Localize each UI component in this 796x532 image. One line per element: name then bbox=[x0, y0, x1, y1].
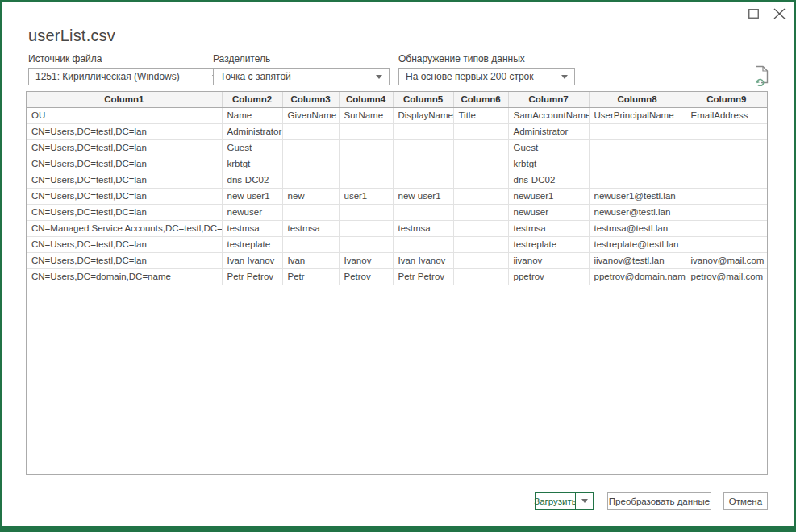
table-cell bbox=[282, 204, 339, 220]
table-cell bbox=[686, 188, 767, 204]
column-header: Column6 bbox=[453, 92, 508, 107]
load-button[interactable]: Загрузить bbox=[535, 492, 576, 510]
column-header: Column2 bbox=[222, 92, 282, 107]
table-cell: krbtgt bbox=[222, 156, 282, 172]
table-cell bbox=[453, 268, 508, 285]
table-cell: Ivan bbox=[282, 252, 339, 268]
table-cell bbox=[282, 236, 339, 252]
table-cell: krbtgt bbox=[508, 156, 589, 172]
refresh-file-icon bbox=[753, 65, 771, 86]
table-cell: Administrator bbox=[222, 123, 282, 139]
table-cell: ppetrov bbox=[508, 268, 589, 285]
column-header: Column4 bbox=[339, 92, 393, 107]
table-cell: Guest bbox=[222, 139, 282, 156]
table-cell bbox=[282, 139, 339, 156]
data-preview-table: Column1Column2Column3Column4Column5Colum… bbox=[26, 91, 768, 475]
table-cell: CN=Users,DC=testl,DC=lan bbox=[27, 172, 222, 188]
table-cell bbox=[393, 123, 453, 139]
preview-table-body: OUNameGivenNameSurNameDisplayNameTitleSa… bbox=[27, 107, 767, 285]
column-header: Column9 bbox=[686, 92, 767, 107]
window-controls bbox=[746, 6, 786, 21]
table-cell bbox=[393, 156, 453, 172]
load-split-arrow-button[interactable] bbox=[575, 492, 594, 510]
column-header: Column1 bbox=[27, 92, 222, 107]
table-cell: ppetrov@domain.name bbox=[589, 268, 686, 285]
table-cell: testreplate bbox=[508, 236, 589, 252]
table-cell: Administrator bbox=[508, 123, 589, 139]
table-row: CN=Users,DC=testl,DC=lanIvan IvanovIvanI… bbox=[27, 252, 767, 268]
table-cell bbox=[686, 220, 767, 236]
transform-data-button[interactable]: Преобразовать данные bbox=[607, 492, 711, 510]
close-button[interactable] bbox=[772, 6, 786, 21]
delimiter-field: Разделитель Точка с запятой bbox=[213, 53, 390, 85]
file-origin-field: Источник файла 1251: Кириллическая (Wind… bbox=[28, 53, 226, 85]
table-cell: testreplate@testl.lan bbox=[589, 236, 686, 252]
table-cell: CN=Users,DC=domain,DC=name bbox=[27, 268, 222, 285]
table-cell: iivanov bbox=[508, 252, 589, 268]
table-cell bbox=[393, 236, 453, 252]
table-header-row: Column1Column2Column3Column4Column5Colum… bbox=[27, 92, 767, 107]
table-cell: CN=Users,DC=testl,DC=lan bbox=[27, 139, 222, 156]
table-cell: CN=Managed Service Accounts,DC=testl,DC=… bbox=[27, 220, 222, 236]
table-cell: CN=Users,DC=testl,DC=lan bbox=[27, 156, 222, 172]
table-cell bbox=[686, 123, 767, 139]
table-cell: CN=Users,DC=testl,DC=lan bbox=[27, 252, 222, 268]
table-cell bbox=[339, 236, 393, 252]
table-cell: EmailAddress bbox=[686, 107, 767, 123]
table-cell bbox=[686, 236, 767, 252]
table-cell: user1 bbox=[339, 188, 393, 204]
table-cell: newuser bbox=[508, 204, 589, 220]
file-origin-select[interactable]: 1251: Кириллическая (Windows) bbox=[28, 68, 226, 85]
table-cell bbox=[453, 172, 508, 188]
table-cell: SamAccountName bbox=[508, 107, 589, 123]
table-cell: DisplayName bbox=[393, 107, 453, 123]
table-row: CN=Users,DC=testl,DC=lannewusernewuserne… bbox=[27, 204, 767, 220]
table-cell: dns-DC02 bbox=[508, 172, 589, 188]
table-cell bbox=[393, 139, 453, 156]
table-cell: testreplate bbox=[222, 236, 282, 252]
column-header: Column3 bbox=[282, 92, 339, 107]
table-cell bbox=[589, 123, 686, 139]
import-dialog: userList.csv Источник файла 1251: Кирилл… bbox=[0, 0, 796, 532]
table-row: CN=Managed Service Accounts,DC=testl,DC=… bbox=[27, 220, 767, 236]
table-row: OUNameGivenNameSurNameDisplayNameTitleSa… bbox=[27, 107, 767, 123]
type-detection-label: Обнаружение типов данных bbox=[398, 53, 575, 64]
table-cell: testmsa bbox=[508, 220, 589, 236]
table-cell: Petr Petrov bbox=[393, 268, 453, 285]
type-detection-select[interactable]: На основе первых 200 строк bbox=[398, 68, 575, 85]
table-cell bbox=[589, 139, 686, 156]
file-origin-label: Источник файла bbox=[28, 53, 226, 64]
table-cell bbox=[339, 172, 393, 188]
table-cell: iivanov@testl.lan bbox=[589, 252, 686, 268]
table-cell bbox=[453, 156, 508, 172]
table-cell bbox=[339, 123, 393, 139]
table-cell bbox=[686, 172, 767, 188]
cancel-button[interactable]: Отмена bbox=[723, 492, 768, 510]
refresh-preview-button[interactable] bbox=[752, 65, 772, 86]
close-icon bbox=[773, 8, 786, 19]
delimiter-label: Разделитель bbox=[213, 53, 390, 64]
table-cell bbox=[453, 188, 508, 204]
table-cell: new user1 bbox=[222, 188, 282, 204]
table-cell bbox=[339, 156, 393, 172]
type-detection-value: На основе первых 200 строк bbox=[406, 71, 556, 82]
table-cell: Petr bbox=[282, 268, 339, 285]
maximize-button[interactable] bbox=[746, 6, 761, 21]
delimiter-select[interactable]: Точка с запятой bbox=[213, 68, 390, 85]
table-cell bbox=[339, 204, 393, 220]
column-header: Column5 bbox=[393, 92, 453, 107]
chevron-down-icon bbox=[561, 75, 568, 79]
table-cell: OU bbox=[27, 107, 222, 123]
page-title: userList.csv bbox=[28, 27, 115, 45]
table-cell: Petrov bbox=[339, 268, 393, 285]
table-cell: testmsa@testl.lan bbox=[589, 220, 686, 236]
table-cell bbox=[453, 139, 508, 156]
table-cell bbox=[453, 236, 508, 252]
table-cell: Guest bbox=[508, 139, 589, 156]
table-cell bbox=[339, 139, 393, 156]
table-cell: CN=Users,DC=testl,DC=lan bbox=[27, 123, 222, 139]
column-header: Column8 bbox=[589, 92, 686, 107]
table-cell: dns-DC02 bbox=[222, 172, 282, 188]
table-cell bbox=[686, 156, 767, 172]
table-row: CN=Users,DC=testl,DC=lankrbtgtkrbtgt bbox=[27, 156, 767, 172]
